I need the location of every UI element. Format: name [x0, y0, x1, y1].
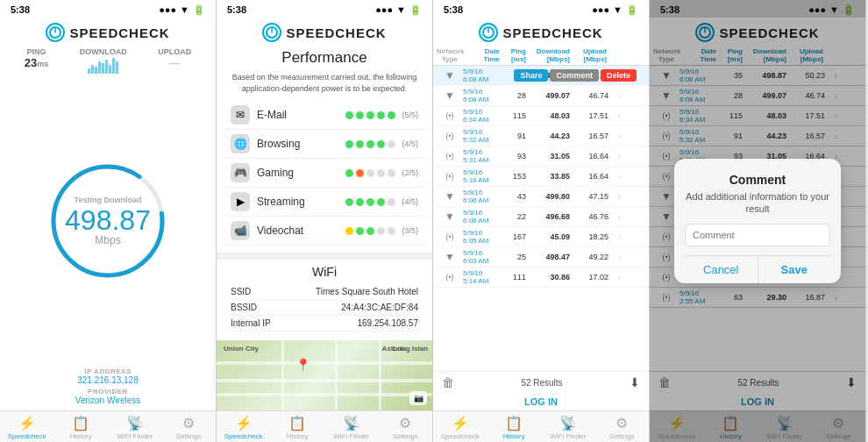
speed-unit: Mbps: [95, 234, 120, 246]
modal-overlay: Comment Add additional information to yo…: [650, 0, 865, 442]
nav-settings-p3[interactable]: ⚙ Settings: [595, 415, 650, 440]
map-label-island: Long Islan: [393, 345, 428, 353]
speed-center: Testing Download 498.87 Mbps: [65, 196, 151, 246]
table-row[interactable]: (•) 5/9/165:14 AM 111 30.86 17.02 ›: [433, 267, 649, 288]
app-performance-list: ✉ E-Mail (5/5) 🌐 Browsing (4/5): [217, 101, 432, 246]
map-container: Union City Astoria Long Islan 📍 📷: [217, 340, 432, 410]
nav-settings[interactable]: ⚙ Settings: [162, 415, 217, 440]
nav-wifi-finder-p2[interactable]: 📡 WiFi Finder: [324, 415, 379, 440]
connection-info: IP ADDRESS 321.216.13.128 PROVIDER Veriz…: [0, 367, 216, 410]
nav-wifi-finder[interactable]: 📡 WiFi Finder: [108, 415, 162, 440]
app-item-streaming: ▶ Streaming (4/5): [224, 188, 425, 217]
browsing-dots: (4/5): [345, 139, 418, 148]
email-score: (5/5): [402, 110, 418, 119]
nav-history[interactable]: 📋 History: [54, 415, 109, 440]
wifi-finder-nav-icon: 📡: [126, 415, 144, 431]
app-header-p2: SPEEDCHECK: [217, 18, 432, 46]
wifi-row-ip: Internal IP 169.254.108.57: [231, 316, 418, 332]
logo-icon-p1: [46, 23, 65, 42]
th-datetime: DateTime: [463, 47, 500, 63]
table-row[interactable]: ▼ 5/9/166:08 AM 28 499.07 46.74 ›: [433, 86, 649, 106]
map-pin: 📍: [295, 358, 310, 372]
share-button[interactable]: Share: [514, 69, 548, 82]
internalip-key: Internal IP: [231, 318, 271, 328]
bssid-key: BSSID: [231, 303, 257, 312]
nav-wifi-finder-p3[interactable]: 📡 WiFi Finder: [541, 415, 595, 440]
trash-icon[interactable]: 🗑: [442, 375, 454, 389]
nav-settings-p2[interactable]: ⚙ Settings: [379, 415, 433, 440]
upload-metric: UPLOAD —: [158, 47, 191, 74]
table-footer: 🗑 52 Results ⬇: [433, 371, 649, 393]
wifi-row-ssid: SSID Times Square South Hotel: [231, 284, 418, 300]
panel-4-comment: 5:38 ●●● ▼ 🔋 SPEEDCHECK NetworkType Date…: [650, 0, 866, 442]
comment-input[interactable]: [685, 224, 830, 246]
speed-circle: Testing Download 498.87 Mbps: [46, 160, 169, 282]
wifi-title: WiFi: [231, 265, 418, 284]
status-bar-p2: 5:38 ●●● ▼ 🔋: [217, 0, 432, 18]
table-row[interactable]: ▼ 5/9/166:06 AM 43 499.80 47.15 ›: [433, 187, 649, 207]
modal-subtitle: Add additional information to your resul…: [685, 190, 830, 216]
nav-history-p2[interactable]: 📋 History: [271, 415, 325, 440]
row-network: ▼: [437, 69, 463, 82]
streaming-dots: (4/5): [345, 197, 418, 206]
gaming-app-icon: 🎮: [231, 163, 250, 182]
provider-value: Verizon Wireless: [14, 396, 202, 405]
table-rows: ▼ 5/9/166:08 AM 498.87 50.23 Share Comme…: [433, 66, 649, 371]
nav-speedcheck-p3[interactable]: ⚡ Speedcheck: [433, 415, 487, 440]
modal-cancel-button[interactable]: Cancel: [685, 256, 758, 283]
mini-chart: [88, 58, 118, 74]
table-row[interactable]: (•) 5/9/165:32 AM 91 44.23 16.57 ›: [433, 126, 649, 146]
ping-label: PING: [25, 47, 48, 56]
videochat-app-name: Videochat: [257, 225, 338, 237]
table-row[interactable]: ▼ 5/9/166:06 AM 22 496.68 46.76 ›: [433, 207, 649, 227]
bottom-nav-p3: ⚡ Speedcheck 📋 History 📡 WiFi Finder ⚙ S…: [433, 410, 649, 442]
dot-3: [366, 111, 374, 119]
nav-history-p3[interactable]: 📋 History: [487, 415, 542, 440]
status-time-p3: 5:38: [444, 4, 463, 15]
table-row[interactable]: ▼ 5/9/166:08 AM 498.87 50.23 Share Comme…: [433, 66, 649, 86]
modal-save-button[interactable]: Save: [758, 256, 831, 283]
modal-buttons: Cancel Save: [685, 255, 830, 283]
app-item-gaming: 🎮 Gaming (2/5): [224, 159, 425, 188]
table-row[interactable]: (•) 5/9/165:31 AM 93 31.05 16.64 ›: [433, 146, 649, 167]
table-header: NetworkType DateTime Ping[ms] Download[M…: [433, 46, 649, 66]
modal-title: Comment: [685, 173, 830, 187]
speedcheck-nav-icon: ⚡: [18, 415, 36, 431]
download-metric: DOWNLOAD: [80, 47, 127, 74]
delete-button[interactable]: Delete: [601, 69, 637, 82]
app-title-p3: SPEEDCHECK: [502, 25, 602, 40]
performance-description: Based on the measurement carried out, th…: [217, 72, 432, 101]
download-icon[interactable]: ⬇: [630, 375, 640, 389]
nav-speedcheck[interactable]: ⚡ Speedcheck: [0, 415, 54, 440]
table-row[interactable]: (•) 5/9/166:34 AM 115 48.03 17.51 ›: [433, 106, 649, 126]
upload-value: —: [158, 56, 191, 69]
dot-5: [388, 111, 395, 119]
ping-value: 23ms: [25, 56, 48, 69]
row-actions: Share Comment Delete: [514, 66, 637, 85]
battery-icon: 🔋: [193, 4, 205, 16]
logo-icon-p2: [262, 23, 281, 42]
comment-button[interactable]: Comment: [550, 69, 599, 82]
ssid-key: SSID: [231, 287, 251, 296]
nav-speedcheck-p2[interactable]: ⚡ Speedcheck: [217, 415, 271, 440]
signal-icon-p3: ●●●: [592, 4, 609, 15]
th-ping: Ping[ms]: [500, 47, 526, 63]
performance-title: Performance: [217, 46, 432, 72]
wifi-icon-p3: ▼: [613, 4, 623, 15]
app-item-videochat: 📹 Videochat (3/5): [224, 217, 425, 246]
panel-1-speedtest: 5:38 ●●● ▼ 🔋 SPEEDCHECK PING 23ms DOWNLO…: [0, 0, 217, 442]
speedometer: Testing Download 498.87 Mbps: [0, 74, 216, 367]
settings-nav-icon: ⚙: [182, 415, 195, 431]
status-icons-p2: ●●● ▼ 🔋: [375, 4, 422, 16]
login-link[interactable]: LOG IN: [433, 393, 649, 410]
panel-2-performance: 5:38 ●●● ▼ 🔋 SPEEDCHECK Performance Base…: [217, 0, 433, 442]
dot-1: [345, 111, 353, 119]
table-row[interactable]: (•) 5/9/165:18 AM 153 33.85 16.64 ›: [433, 167, 649, 187]
table-row[interactable]: (•) 5/9/166:05 AM 167 45.09 18.25 ›: [433, 227, 649, 247]
map-camera-icon[interactable]: 📷: [409, 391, 427, 405]
app-header-p1: SPEEDCHECK: [0, 18, 216, 46]
row-datetime: 5/9/166:08 AM: [463, 68, 500, 83]
gaming-dots: (2/5): [345, 168, 418, 177]
table-row[interactable]: ▼ 5/9/166:03 AM 25 498.47 49.22 ›: [433, 247, 649, 267]
streaming-app-name: Streaming: [257, 196, 338, 208]
